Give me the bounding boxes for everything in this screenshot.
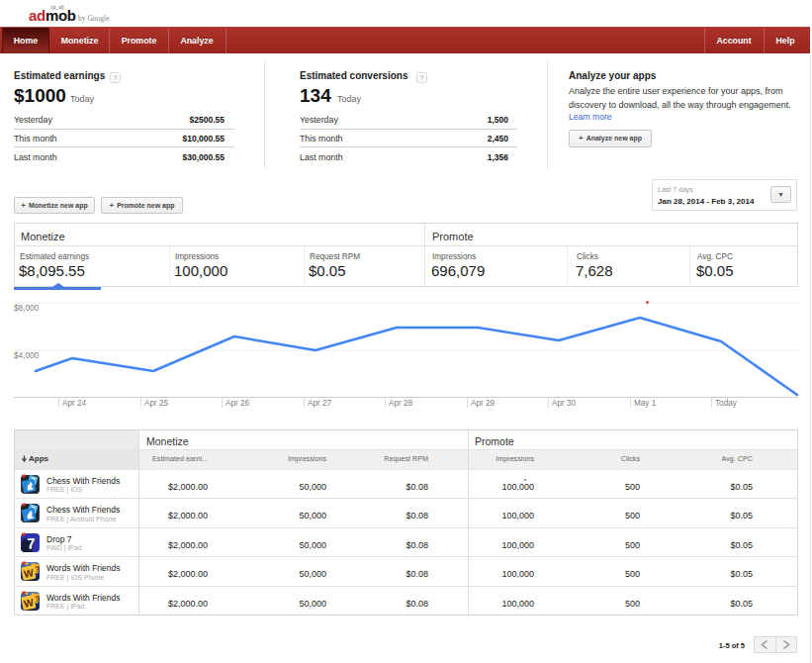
svg-text:May 1: May 1: [634, 399, 657, 408]
svg-text:Apr 25: Apr 25: [144, 399, 169, 408]
svg-text:$8,000: $8,000: [14, 304, 39, 313]
svg-text:Apr 27: Apr 27: [308, 399, 332, 408]
svg-text:?: ?: [35, 594, 41, 604]
svg-text:Apr 24: Apr 24: [62, 399, 87, 408]
svg-text:?: ?: [35, 565, 41, 575]
svg-text:Apr 29: Apr 29: [471, 399, 496, 408]
svg-text:$4,000: $4,000: [14, 351, 39, 360]
svg-text:Apr 26: Apr 26: [226, 399, 250, 408]
svg-text:Apr 30: Apr 30: [552, 399, 577, 408]
svg-text:Apr 28: Apr 28: [389, 399, 413, 408]
svg-text:Today: Today: [715, 399, 738, 408]
svg-text:7: 7: [27, 534, 36, 551]
